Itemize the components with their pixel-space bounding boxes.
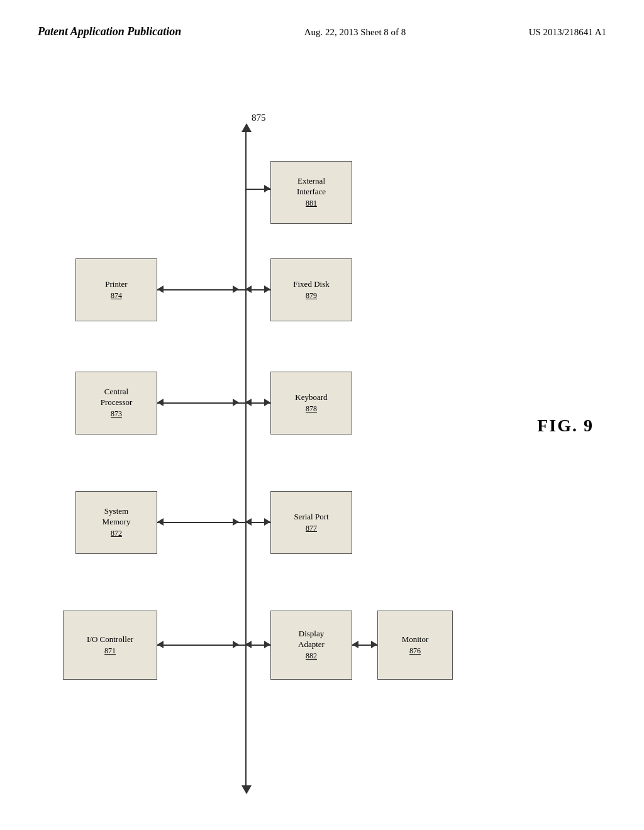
keyboard-label: Keyboard <box>295 392 327 403</box>
display-adapter-label: DisplayAdapter <box>298 629 325 650</box>
conn-io <box>157 645 245 646</box>
arrow-left-cpu <box>157 399 164 406</box>
arrow-left-fixed <box>245 285 252 293</box>
printer-label: Printer <box>105 279 127 290</box>
arrow-right-monitor <box>371 641 377 648</box>
serial-port-box: Serial Port 877 <box>270 491 352 554</box>
arrow-left-printer <box>157 285 164 293</box>
monitor-number: 876 <box>409 646 421 656</box>
arrow-left-serial <box>245 518 252 526</box>
external-interface-label: ExternalInterface <box>297 176 326 197</box>
bus-label: 875 <box>252 113 266 123</box>
io-controller-box: I/O Controller 871 <box>63 611 157 680</box>
bus-line <box>245 126 247 787</box>
keyboard-box: Keyboard 878 <box>270 372 352 434</box>
monitor-box: Monitor 876 <box>377 611 453 680</box>
central-processor-number: 873 <box>111 409 122 419</box>
diagram-area: 875 ExternalInterface 881 Printer 874 Fi… <box>0 64 644 818</box>
page-header: Patent Application Publication Aug. 22, … <box>0 0 644 51</box>
arrow-left-display <box>245 641 252 648</box>
publication-number: US 2013/218641 A1 <box>529 27 606 38</box>
arrow-right-keyboard <box>264 399 270 406</box>
keyboard-number: 878 <box>306 404 317 414</box>
arrow-left-memory <box>157 518 164 526</box>
fixed-disk-number: 879 <box>306 291 317 301</box>
arrow-right-memory <box>233 518 239 526</box>
printer-number: 874 <box>111 291 122 301</box>
system-memory-box: SystemMemory 872 <box>75 491 157 554</box>
external-interface-number: 881 <box>306 199 317 209</box>
fixed-disk-box: Fixed Disk 879 <box>270 258 352 321</box>
arrow-right-serial <box>264 518 270 526</box>
central-processor-box: CentralProcessor 873 <box>75 372 157 434</box>
arrow-right-fixed <box>264 285 270 293</box>
bus-arrow-top <box>242 123 252 132</box>
arrow-left-keyboard <box>245 399 252 406</box>
serial-port-number: 877 <box>306 524 317 534</box>
monitor-label: Monitor <box>402 634 429 645</box>
publication-title: Patent Application Publication <box>38 25 181 38</box>
conn-memory <box>157 522 245 523</box>
system-memory-label: SystemMemory <box>103 506 131 528</box>
arrow-right-display <box>264 641 270 648</box>
arrow-to-external <box>264 185 270 192</box>
arrow-right-printer <box>233 285 239 293</box>
arrow-left-io <box>157 641 164 648</box>
io-controller-label: I/O Controller <box>87 634 133 645</box>
central-processor-label: CentralProcessor <box>101 387 133 408</box>
publication-date: Aug. 22, 2013 Sheet 8 of 8 <box>304 27 406 38</box>
arrow-left-monitor <box>352 641 358 648</box>
system-memory-number: 872 <box>111 529 122 539</box>
display-adapter-box: DisplayAdapter 882 <box>270 611 352 680</box>
figure-label: FIG. 9 <box>537 416 594 436</box>
conn-printer <box>157 289 245 290</box>
io-controller-number: 871 <box>104 646 116 656</box>
conn-cpu <box>157 402 245 404</box>
serial-port-label: Serial Port <box>294 512 328 523</box>
display-adapter-number: 882 <box>306 651 317 661</box>
arrow-right-cpu <box>233 399 239 406</box>
fixed-disk-label: Fixed Disk <box>293 279 329 290</box>
bus-arrow-bottom <box>242 785 252 794</box>
arrow-right-io <box>233 641 239 648</box>
printer-box: Printer 874 <box>75 258 157 321</box>
external-interface-box: ExternalInterface 881 <box>270 161 352 224</box>
